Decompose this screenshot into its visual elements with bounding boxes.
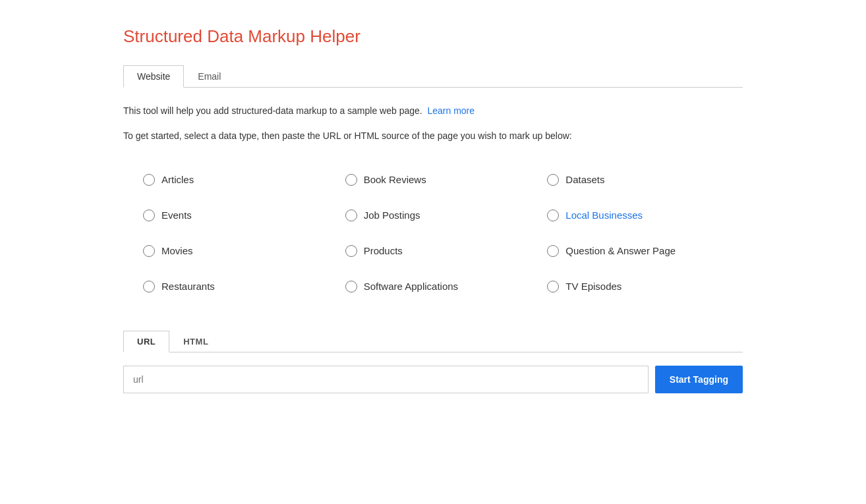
data-type-grid: Articles Book Reviews Datasets Events Jo… (136, 162, 743, 304)
radio-label-articles: Articles (161, 174, 194, 185)
tab-website[interactable]: Website (123, 65, 184, 88)
radio-item-products[interactable]: Products (339, 233, 541, 269)
input-tab-html[interactable]: HTML (169, 331, 222, 352)
input-tab-url[interactable]: URL (123, 331, 169, 352)
radio-label-events: Events (161, 210, 192, 221)
radio-label-book-reviews: Book Reviews (364, 174, 426, 185)
radio-label-job-postings: Job Postings (364, 210, 420, 221)
radio-label-local-businesses: Local Businesses (565, 210, 643, 221)
learn-more-link[interactable]: Learn more (427, 105, 475, 116)
radio-item-qa-page[interactable]: Question & Answer Page (540, 233, 743, 269)
radio-item-datasets[interactable]: Datasets (540, 162, 743, 198)
radio-label-datasets: Datasets (565, 174, 604, 185)
url-input-row: Start Tagging (123, 366, 743, 393)
description-line1: This tool will help you add structured-d… (123, 103, 743, 118)
radio-label-tv-episodes: TV Episodes (565, 281, 621, 292)
radio-item-book-reviews[interactable]: Book Reviews (339, 162, 541, 198)
radio-label-products: Products (364, 245, 403, 256)
page-title: Structured Data Markup Helper (123, 26, 743, 47)
start-tagging-button[interactable]: Start Tagging (655, 366, 743, 393)
radio-item-events[interactable]: Events (136, 198, 339, 233)
radio-item-job-postings[interactable]: Job Postings (339, 198, 541, 233)
type-tabs: Website Email (123, 65, 743, 88)
radio-label-qa-page: Question & Answer Page (565, 245, 676, 256)
radio-item-movies[interactable]: Movies (136, 233, 339, 269)
radio-item-local-businesses[interactable]: Local Businesses (540, 198, 743, 233)
url-input[interactable] (123, 366, 649, 393)
instruction-text: To get started, select a data type, then… (123, 128, 743, 143)
radio-label-restaurants: Restaurants (161, 281, 215, 292)
radio-item-articles[interactable]: Articles (136, 162, 339, 198)
radio-label-movies: Movies (161, 245, 193, 256)
input-tabs: URL HTML (123, 331, 743, 352)
radio-item-restaurants[interactable]: Restaurants (136, 269, 339, 304)
radio-label-software-applications: Software Applications (364, 281, 458, 292)
tab-email[interactable]: Email (184, 65, 235, 88)
radio-item-tv-episodes[interactable]: TV Episodes (540, 269, 743, 304)
radio-item-software-applications[interactable]: Software Applications (339, 269, 541, 304)
